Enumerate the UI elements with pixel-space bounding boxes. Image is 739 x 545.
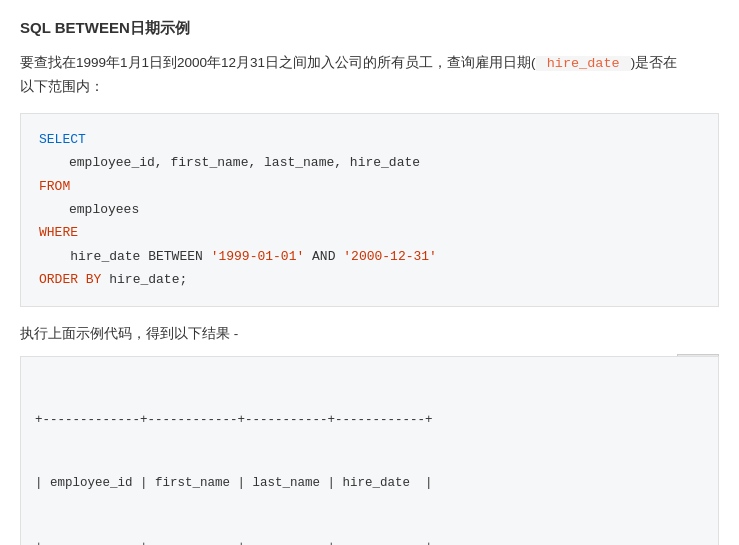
result-area: +-------------+------------+-----------+… [20,356,719,545]
code-where: WHERE [39,221,700,244]
result-table: +-------------+------------+-----------+… [35,367,704,545]
result-text: 执行上面示例代码，得到以下结果 - [20,323,719,345]
code-condition: hire_date BETWEEN '1999-01-01' AND '2000… [39,245,700,268]
code-select: SELECT [39,128,700,151]
page-title: SQL BETWEEN日期示例 [20,16,719,40]
hire-date-highlight: hire_date [536,56,631,71]
description: 要查找在1999年1月1日到2000年12月31日之间加入公司的所有员工，查询雇… [20,52,719,99]
table-header: | employee_id | first_name | last_name |… [35,473,704,494]
table-separator-header: +-------------+------------+-----------+… [35,537,704,545]
code-table: employees [39,198,700,221]
page-container: SQL BETWEEN日期示例 要查找在1999年1月1日到2000年12月31… [0,0,739,545]
table-separator-top: +-------------+------------+-----------+… [35,410,704,431]
code-order: ORDER BY hire_date; [39,268,700,291]
code-from: FROM [39,175,700,198]
code-columns: employee_id, first_name, last_name, hire… [39,151,700,174]
code-block: SELECT employee_id, first_name, last_nam… [20,113,719,307]
